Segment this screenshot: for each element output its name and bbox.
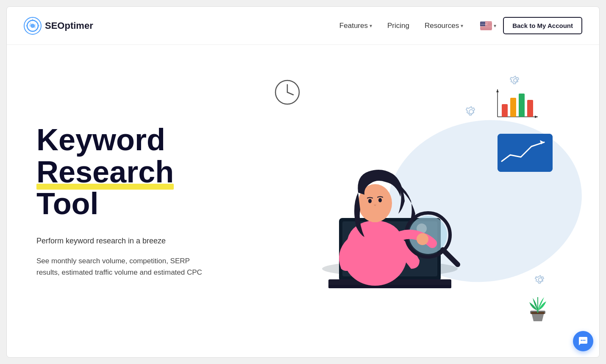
svg-point-45	[417, 233, 428, 245]
main-illustration	[292, 112, 504, 290]
chat-button[interactable]	[573, 331, 593, 351]
svg-point-18	[514, 79, 517, 82]
nav-features[interactable]: Features ▾	[339, 22, 372, 30]
svg-point-19	[539, 278, 542, 282]
logo-link[interactable]: SEOptimer	[24, 17, 93, 35]
chat-icon	[578, 336, 588, 346]
svg-rect-7	[480, 27, 492, 28]
svg-rect-27	[527, 100, 533, 117]
nav-pricing[interactable]: Pricing	[387, 22, 409, 30]
hero-subtitle: Perform keyword research in a breeze	[36, 235, 240, 247]
svg-point-40	[378, 198, 382, 202]
logo-text: SEOptimer	[45, 20, 93, 31]
hero-content: Keyword Research Tool Perform keyword re…	[36, 124, 240, 278]
svg-rect-6	[480, 26, 492, 27]
hero-title: Keyword Research Tool	[36, 124, 240, 220]
svg-rect-25	[510, 98, 516, 117]
language-chevron-icon: ▾	[494, 23, 496, 29]
svg-line-16	[287, 92, 293, 95]
language-selector[interactable]: ★★★★★★ ★★★★★ ★★★★★★ ▾	[480, 22, 496, 30]
svg-point-39	[368, 199, 372, 203]
hero-description: See monthly search volume, competition, …	[36, 255, 206, 278]
hero-illustration	[240, 62, 574, 340]
svg-point-49	[581, 340, 582, 341]
svg-marker-23	[535, 116, 538, 118]
nav-actions: ★★★★★★ ★★★★★ ★★★★★★ ▾ Back to My Account	[480, 17, 582, 34]
hero-title-highlighted: Research	[36, 156, 174, 188]
nav-links: Features ▾ Pricing Resources ▾	[339, 22, 463, 30]
svg-point-50	[583, 340, 584, 341]
navbar: SEOptimer Features ▾ Pricing Resources ▾	[7, 7, 599, 45]
hero-section: Keyword Research Tool Perform keyword re…	[7, 45, 599, 357]
svg-rect-34	[328, 285, 451, 288]
resources-chevron-icon: ▾	[461, 23, 463, 29]
nav-resources[interactable]: Resources ▾	[425, 22, 463, 30]
svg-rect-26	[519, 94, 525, 117]
gear-icon-3	[532, 273, 548, 290]
logo-icon	[24, 17, 42, 35]
svg-marker-22	[496, 89, 499, 92]
svg-point-51	[584, 340, 586, 341]
svg-text:★★★★★★: ★★★★★★	[481, 24, 488, 26]
svg-rect-8	[480, 28, 492, 29]
features-chevron-icon: ▾	[370, 23, 372, 29]
clock-icon	[274, 79, 301, 106]
plant-icon	[525, 290, 550, 323]
browser-frame: SEOptimer Features ▾ Pricing Resources ▾	[6, 6, 600, 358]
back-to-account-button[interactable]: Back to My Account	[503, 17, 582, 34]
us-flag-icon: ★★★★★★ ★★★★★ ★★★★★★	[480, 22, 492, 30]
growth-card	[498, 134, 553, 172]
svg-line-44	[443, 250, 458, 265]
